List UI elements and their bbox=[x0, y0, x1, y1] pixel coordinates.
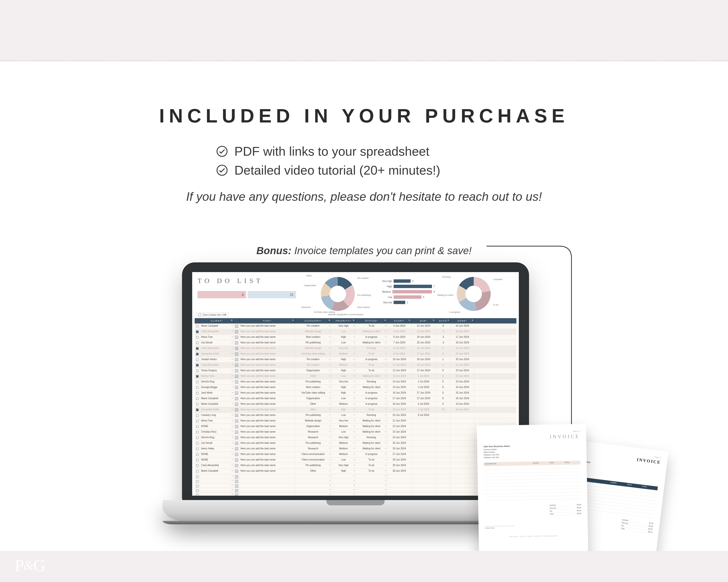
expand-button[interactable]: + bbox=[234, 351, 239, 357]
cell-client[interactable]: Christian Rory bbox=[200, 429, 234, 435]
cell-client[interactable]: Joseph Harley bbox=[200, 357, 234, 362]
cell-status[interactable]: In progress bbox=[356, 396, 387, 401]
cell-start[interactable]: 17 Jun 2024 bbox=[387, 396, 412, 401]
cell-category[interactable]: Other bbox=[295, 374, 332, 379]
cell-priority[interactable]: High bbox=[332, 368, 356, 373]
row-checkbox[interactable] bbox=[194, 452, 200, 457]
cell-done[interactable]: 26 Jun 2024 bbox=[450, 396, 475, 401]
cell-due[interactable] bbox=[412, 429, 436, 435]
table-row[interactable]: Christian Rory+Here you can add the task… bbox=[194, 429, 516, 435]
table-row[interactable]: Marie Campbell+Here you can add the task… bbox=[194, 401, 516, 407]
row-checkbox[interactable] bbox=[194, 346, 200, 351]
cell-status[interactable]: To do bbox=[356, 463, 387, 468]
cell-due[interactable]: 6 Jul 2024 bbox=[412, 401, 436, 407]
expand-button[interactable]: + bbox=[234, 474, 239, 478]
cell-task[interactable]: Here you can add the task name bbox=[239, 441, 295, 446]
expand-button[interactable]: + bbox=[234, 458, 239, 463]
table-row[interactable]: Carly Alexandria+Here you can add the ta… bbox=[194, 363, 516, 368]
cell-client[interactable]: Samantha Smith bbox=[200, 407, 234, 413]
row-checkbox[interactable] bbox=[194, 418, 200, 424]
cell-status[interactable]: Revising bbox=[356, 346, 387, 351]
cell-done[interactable]: 18 Jun 2024 bbox=[450, 340, 475, 345]
cell-priority[interactable]: Low bbox=[332, 458, 356, 463]
cell-category[interactable]: Pin creation bbox=[295, 324, 332, 329]
cell-category[interactable]: Other bbox=[295, 407, 332, 413]
cell-client[interactable]: Harley Chris bbox=[200, 374, 234, 379]
row-checkbox[interactable] bbox=[194, 424, 200, 429]
cell-task[interactable]: Here you can add the task name bbox=[239, 368, 295, 373]
cell-client[interactable]: NONE bbox=[200, 452, 234, 457]
cell-status[interactable]: To do bbox=[356, 469, 387, 474]
cell-category[interactable]: Organization bbox=[295, 424, 332, 429]
row-checkbox[interactable] bbox=[194, 435, 200, 440]
cell-client[interactable] bbox=[200, 483, 234, 488]
cell-done[interactable]: 23 Jun 2024 bbox=[450, 368, 475, 373]
row-checkbox[interactable] bbox=[194, 363, 200, 368]
cell-task[interactable]: Here you can add the task name bbox=[239, 324, 295, 329]
row-checkbox[interactable] bbox=[194, 385, 200, 390]
cell-due[interactable]: 22 Jun 2024 bbox=[412, 324, 436, 329]
cell-task[interactable]: Here you can add the task name bbox=[239, 357, 295, 362]
checkbox-icon[interactable] bbox=[198, 313, 201, 316]
row-checkbox[interactable] bbox=[194, 441, 200, 446]
cell-task[interactable]: Here you can add the task name bbox=[239, 351, 295, 357]
table-row[interactable]: Derrick King+Here you can add the task n… bbox=[194, 435, 516, 441]
table-row[interactable]: Lily Denali+Here you can add the task na… bbox=[194, 340, 516, 346]
cell-category[interactable]: Reel creation bbox=[295, 385, 332, 390]
cell-category[interactable]: Pin creation bbox=[295, 357, 332, 362]
cell-done[interactable] bbox=[450, 458, 475, 463]
cell-category[interactable]: Reel creation bbox=[295, 335, 332, 340]
table-row[interactable]: + bbox=[194, 483, 516, 488]
cell-category[interactable]: Research bbox=[295, 435, 332, 440]
cell-status[interactable]: Revising bbox=[356, 435, 387, 440]
expand-button[interactable]: + bbox=[234, 488, 239, 492]
cell-priority[interactable]: Low bbox=[332, 429, 356, 435]
expand-button[interactable]: + bbox=[234, 324, 239, 329]
table-header-cell[interactable] bbox=[234, 318, 239, 324]
expand-button[interactable]: + bbox=[234, 396, 239, 401]
cell-category[interactable]: Research bbox=[295, 446, 332, 451]
cell-category[interactable]: YouTube video editing bbox=[295, 351, 332, 357]
table-row[interactable]: NONE+Here you can add the task nameClien… bbox=[194, 458, 516, 463]
expand-button[interactable]: + bbox=[234, 363, 239, 368]
cell-status[interactable]: Waiting for client bbox=[356, 424, 387, 429]
row-checkbox[interactable] bbox=[194, 469, 200, 474]
cell-category[interactable]: Pin publishing bbox=[295, 441, 332, 446]
expand-button[interactable]: + bbox=[234, 346, 239, 351]
cell-priority[interactable]: Low bbox=[332, 329, 356, 334]
row-checkbox[interactable] bbox=[194, 463, 200, 468]
cell-task[interactable]: Here you can add the task name bbox=[239, 469, 295, 474]
cell-done[interactable]: 19 Jun 2024 bbox=[450, 401, 475, 407]
cell-client[interactable] bbox=[200, 488, 234, 492]
cell-status[interactable]: To do bbox=[356, 458, 387, 463]
cell-done[interactable] bbox=[450, 441, 475, 446]
cell-due[interactable]: 27 Jun 2024 bbox=[412, 390, 436, 396]
cell-client[interactable]: Jack Metis bbox=[200, 390, 234, 396]
cell-due[interactable] bbox=[412, 424, 436, 429]
expand-button[interactable]: + bbox=[234, 340, 239, 345]
cell-done[interactable]: 20 Jun 2024 bbox=[450, 357, 475, 362]
row-checkbox[interactable] bbox=[194, 324, 200, 329]
cell-status[interactable]: In progress bbox=[356, 452, 387, 457]
cell-client[interactable] bbox=[200, 493, 234, 496]
expand-button[interactable]: + bbox=[234, 441, 239, 446]
expand-button[interactable]: + bbox=[234, 329, 239, 334]
expand-button[interactable]: + bbox=[234, 374, 239, 379]
table-row[interactable]: Georgia Briggs+Here you can add the task… bbox=[194, 385, 516, 390]
cell-priority[interactable]: Very low bbox=[332, 418, 356, 424]
cell-status[interactable]: To do bbox=[356, 351, 387, 357]
cell-done[interactable] bbox=[450, 413, 475, 418]
cell-task[interactable]: Here you can add the task name bbox=[239, 424, 295, 429]
cell-start[interactable]: 8 Jun 2024 bbox=[387, 346, 412, 351]
row-checkbox[interactable] bbox=[194, 329, 200, 334]
cell-done[interactable]: 23 Jun 2024 bbox=[450, 379, 475, 385]
cell-due[interactable]: 27 Jun 2024 bbox=[412, 351, 436, 357]
row-checkbox[interactable] bbox=[194, 357, 200, 362]
cell-client[interactable]: Lily Denali bbox=[200, 340, 234, 345]
cell-status[interactable]: Waiting for client bbox=[356, 418, 387, 424]
cell-done[interactable] bbox=[450, 452, 475, 457]
cell-priority[interactable]: Medium bbox=[332, 424, 356, 429]
expand-button[interactable]: + bbox=[234, 368, 239, 373]
expand-button[interactable]: + bbox=[234, 493, 239, 496]
cell-priority[interactable]: Very high bbox=[332, 463, 356, 468]
